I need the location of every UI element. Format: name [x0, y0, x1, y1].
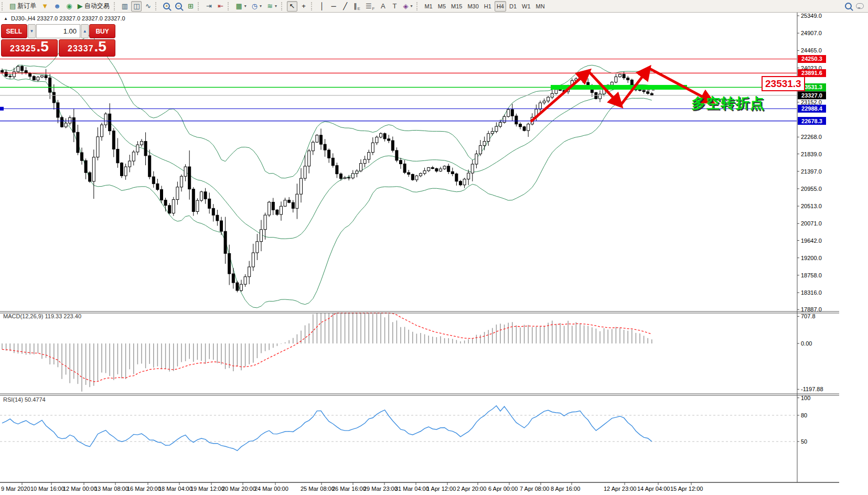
sell-price-button[interactable]: 23325.5	[1, 39, 58, 57]
svg-text:19642.0: 19642.0	[801, 238, 822, 244]
tile-icon: ⊞	[188, 3, 194, 9]
chart-shift-button[interactable]: ⇥	[203, 1, 214, 12]
timeframe-m1-button[interactable]: M1	[422, 1, 434, 12]
sell-price-frac: .5	[37, 40, 49, 53]
auto-trading-button[interactable]: ▶自动交易	[76, 1, 112, 12]
arrows-tool-icon: ◈	[403, 3, 408, 9]
label-button[interactable]: T	[389, 1, 400, 12]
volume-input[interactable]	[36, 24, 80, 38]
text-button[interactable]: A	[378, 1, 388, 12]
toolbar-grip	[2, 2, 4, 10]
svg-text:23891.6: 23891.6	[801, 70, 822, 76]
new-order-button[interactable]: ▤新订单	[7, 1, 38, 12]
bar-chart-button[interactable]: ▥	[120, 1, 130, 12]
toolbar-grip	[198, 2, 200, 10]
svg-text:100: 100	[801, 395, 810, 401]
signal-icon: ◉	[66, 3, 72, 9]
timeframe-mn-button[interactable]: MN	[534, 1, 547, 12]
chart-canvas[interactable]: 25349.024907.024465.024023.023152.022268…	[0, 13, 868, 495]
new-chart-button[interactable]: ▦▾	[233, 1, 248, 12]
symbol-ohlc-line: ▲ DJ30-,H4 23327.0 23327.0 23327.0 23327…	[4, 15, 125, 21]
tile-windows-button[interactable]: ⊞	[185, 1, 196, 12]
timeframe-m5-button[interactable]: M5	[436, 1, 448, 12]
deposit-icon-button[interactable]: ▼	[39, 1, 50, 12]
timeframe-m30-button[interactable]: M30	[465, 1, 480, 12]
volume-increase-button[interactable]: ▲	[81, 24, 89, 38]
svg-text:1 Apr 12:00: 1 Apr 12:00	[426, 486, 456, 492]
channel-icon: ∥	[353, 3, 357, 9]
chart-properties-button[interactable]: ≋▾	[265, 1, 279, 12]
svg-text:14 Apr 04:00: 14 Apr 04:00	[637, 486, 670, 492]
toolbar-grip	[228, 2, 230, 10]
svg-text:31 Mar 04:00: 31 Mar 04:00	[395, 486, 429, 492]
trend-icon: ╱	[343, 3, 347, 9]
line-chart-button[interactable]: ∿	[143, 1, 153, 12]
mt4-window: { "toolbar": { "groups": [ {"items": [ {…	[0, 0, 868, 495]
buy-price-main: 23337	[68, 44, 94, 53]
macd-label: MACD(12,26,9) 119.33 223.40	[3, 313, 81, 319]
svg-text:16 Mar 20:00: 16 Mar 20:00	[127, 486, 161, 492]
periods-button[interactable]: ◷▾	[250, 1, 264, 12]
auto-scroll-button[interactable]: ⇤	[215, 1, 226, 12]
one-click-trade-panel: SELL ▼ ▲ BUY 23325.5 23337.5	[1, 24, 115, 57]
crosshair-button[interactable]: +	[298, 1, 309, 12]
fibonacci-button[interactable]: ☰F	[363, 1, 377, 12]
chat-icon[interactable]	[856, 3, 864, 9]
chevron-down-icon: ▾	[244, 4, 247, 8]
clock-icon: ◷	[252, 3, 258, 9]
svg-text:7 Apr 08:00: 7 Apr 08:00	[520, 486, 549, 492]
buy-price-button[interactable]: 23337.5	[59, 39, 115, 57]
timeframe-m15-button[interactable]: M15	[449, 1, 464, 12]
svg-text:20071.0: 20071.0	[801, 220, 822, 227]
hline-icon: ─	[331, 3, 336, 9]
toolbar-grip	[114, 2, 116, 10]
price-callout-box[interactable]: 23531.3	[762, 76, 805, 91]
line-chart-icon: ∿	[145, 3, 151, 9]
zoom-in-icon: +	[163, 3, 170, 9]
arrows-button[interactable]: ◈▾	[401, 1, 414, 12]
channel-button[interactable]: ∥E	[351, 1, 362, 12]
svg-text:22268.0: 22268.0	[801, 134, 822, 140]
svg-text:15 Apr 12:00: 15 Apr 12:00	[670, 486, 703, 492]
svg-text:22678.3: 22678.3	[801, 118, 822, 124]
svg-text:21397.0: 21397.0	[801, 168, 822, 175]
svg-text:20 Mar 20:00: 20 Mar 20:00	[222, 486, 256, 492]
svg-text:18758.0: 18758.0	[801, 272, 822, 278]
buy-button[interactable]: BUY	[89, 24, 115, 38]
vertical-line-button[interactable]: │	[317, 1, 327, 12]
trendline-button[interactable]: ╱	[340, 1, 350, 12]
timeframe-h4-button[interactable]: H4	[495, 1, 506, 12]
svg-text:10 Mar 16:00: 10 Mar 16:00	[30, 486, 65, 492]
signal-icon-button[interactable]: ◉	[64, 1, 74, 12]
sell-button[interactable]: SELL	[1, 24, 27, 38]
timeframe-w1-button[interactable]: W1	[520, 1, 533, 12]
svg-text:707.8: 707.8	[801, 313, 816, 319]
svg-text:13 Mar 08:00: 13 Mar 08:00	[94, 486, 128, 492]
svg-text:24250.3: 24250.3	[801, 56, 822, 62]
timeframe-d1-button[interactable]: D1	[507, 1, 519, 12]
svg-text:20513.0: 20513.0	[801, 203, 822, 209]
svg-text:29 Mar 23:00: 29 Mar 23:00	[363, 486, 398, 492]
volume-decrease-button[interactable]: ▼	[28, 24, 36, 38]
zoom-out-button[interactable]: −	[173, 1, 184, 12]
cursor-button[interactable]: ↖	[287, 1, 297, 12]
community-icon-button[interactable]: ☻	[51, 1, 63, 12]
timeframe-h1-button[interactable]: H1	[482, 1, 494, 12]
label-tool-icon: T	[392, 3, 397, 9]
candlestick-chart-button[interactable]: ◫	[131, 1, 142, 12]
svg-text:17887.0: 17887.0	[801, 306, 822, 313]
horizontal-line-button[interactable]: ─	[328, 1, 339, 12]
zoom-in-button[interactable]: +	[161, 1, 172, 12]
search-icon[interactable]	[845, 3, 852, 9]
crosshair-icon: +	[302, 3, 306, 9]
auto-scroll-icon: ⇤	[218, 3, 223, 9]
new-order-button-label: 新订单	[17, 2, 36, 10]
svg-text:0.00: 0.00	[801, 340, 812, 347]
svg-text:8 Apr 16:00: 8 Apr 16:00	[551, 486, 580, 492]
svg-text:24907.0: 24907.0	[801, 30, 822, 36]
svg-text:19200.0: 19200.0	[801, 255, 822, 261]
zoom-out-icon: −	[175, 3, 182, 9]
text-icon: A	[381, 3, 385, 9]
chinese-annotation-text[interactable]: 多空转折点	[691, 94, 765, 113]
collapse-panel-icon[interactable]: ▲	[4, 16, 8, 21]
